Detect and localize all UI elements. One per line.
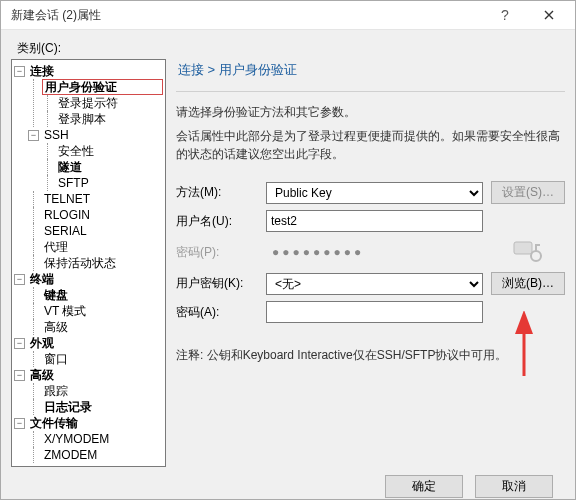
category-label: 类别(C):	[17, 40, 565, 57]
tree-toggle[interactable]: −	[14, 274, 25, 285]
divider	[176, 91, 565, 92]
tree-tunnel[interactable]: 隧道	[58, 159, 82, 175]
ok-button[interactable]: 确定	[385, 475, 463, 498]
label-userkey: 用户密钥(K):	[176, 275, 258, 292]
setup-button[interactable]: 设置(S)…	[491, 181, 565, 204]
tree-filetransfer[interactable]: 文件传输	[30, 415, 78, 431]
tree-zmodem[interactable]: ZMODEM	[44, 447, 97, 463]
tree-xymodem[interactable]: X/YMODEM	[44, 431, 109, 447]
section-hint: 会话属性中此部分是为了登录过程更便捷而提供的。如果需要安全性很高的状态的话建议您…	[176, 127, 565, 163]
svg-rect-0	[514, 242, 532, 254]
tree-proxy[interactable]: 代理	[44, 239, 68, 255]
tree-keepalive[interactable]: 保持活动状态	[44, 255, 116, 271]
password-display: ●●●●●●●●●	[266, 245, 483, 259]
tree-ssh[interactable]: SSH	[44, 127, 69, 143]
userkey-select[interactable]: <无>	[266, 273, 483, 295]
right-pane: 连接 > 用户身份验证 请选择身份验证方法和其它参数。 会话属性中此部分是为了登…	[174, 59, 565, 467]
tree-sftp[interactable]: SFTP	[58, 175, 89, 191]
method-select[interactable]: Public Key	[266, 182, 483, 204]
tree-connection[interactable]: 连接	[30, 63, 54, 79]
tree-toggle[interactable]: −	[14, 338, 25, 349]
tree-loginprompt[interactable]: 登录提示符	[58, 95, 118, 111]
footnote: 注释: 公钥和Keyboard Interactive仅在SSH/SFTP协议中…	[176, 347, 565, 364]
tree-serial[interactable]: SERIAL	[44, 223, 87, 239]
tree-window[interactable]: 窗口	[44, 351, 68, 367]
tree-vtmode[interactable]: VT 模式	[44, 303, 86, 319]
tree-advanced2[interactable]: 高级	[30, 367, 54, 383]
close-button[interactable]	[527, 1, 571, 29]
tree-terminal[interactable]: 终端	[30, 271, 54, 287]
tree-loginscript[interactable]: 登录脚本	[58, 111, 106, 127]
window-title: 新建会话 (2)属性	[11, 7, 483, 24]
browse-button[interactable]: 浏览(B)…	[491, 272, 565, 295]
section-desc: 请选择身份验证方法和其它参数。	[176, 104, 565, 121]
tree-auth[interactable]: 用户身份验证	[45, 79, 117, 95]
key-icon	[512, 238, 544, 266]
help-button[interactable]: ?	[483, 1, 527, 29]
category-tree[interactable]: − 连接 用户身份验证 登录提示符 登录脚本 −SSH	[11, 59, 166, 467]
tree-toggle[interactable]: −	[28, 130, 39, 141]
cancel-button[interactable]: 取消	[475, 475, 553, 498]
passphrase-input[interactable]	[266, 301, 483, 323]
tree-appearance[interactable]: 外观	[30, 335, 54, 351]
breadcrumb: 连接 > 用户身份验证	[176, 61, 565, 79]
username-input[interactable]	[266, 210, 483, 232]
tree-telnet[interactable]: TELNET	[44, 191, 90, 207]
label-passphrase: 密码(A):	[176, 304, 258, 321]
tree-trace[interactable]: 跟踪	[44, 383, 68, 399]
tree-advanced[interactable]: 高级	[44, 319, 68, 335]
tree-logging[interactable]: 日志记录	[44, 399, 92, 415]
label-method: 方法(M):	[176, 184, 258, 201]
label-password: 密码(P):	[176, 244, 258, 261]
tree-toggle[interactable]: −	[14, 370, 25, 381]
tree-keyboard[interactable]: 键盘	[44, 287, 68, 303]
tree-toggle[interactable]: −	[14, 418, 25, 429]
tree-security[interactable]: 安全性	[58, 143, 94, 159]
tree-toggle[interactable]: −	[14, 66, 25, 77]
svg-point-1	[531, 251, 541, 261]
label-username: 用户名(U):	[176, 213, 258, 230]
tree-rlogin[interactable]: RLOGIN	[44, 207, 90, 223]
titlebar: 新建会话 (2)属性 ?	[1, 1, 575, 30]
